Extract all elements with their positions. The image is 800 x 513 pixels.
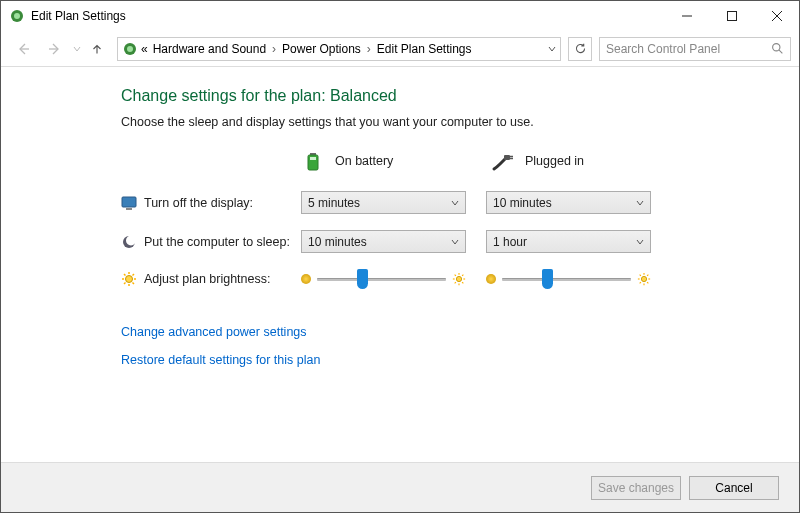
sun-bright-icon: [637, 272, 651, 286]
page-title: Change settings for the plan: Balanced: [121, 87, 759, 105]
power-options-icon: [9, 8, 25, 24]
restore-defaults-link[interactable]: Restore default settings for this plan: [121, 353, 759, 367]
sun-bright-icon: [452, 272, 466, 286]
svg-point-31: [456, 276, 461, 281]
svg-rect-18: [122, 197, 136, 207]
minimize-button[interactable]: [664, 1, 709, 31]
svg-line-47: [640, 282, 641, 283]
battery-icon: [301, 149, 325, 173]
row-sleep: Put the computer to sleep: 10 minutes 1 …: [121, 230, 759, 253]
sleep-battery-dropdown[interactable]: 10 minutes: [301, 230, 466, 253]
svg-point-1: [14, 13, 20, 19]
svg-rect-19: [126, 208, 132, 210]
svg-line-30: [133, 274, 135, 276]
svg-line-28: [133, 283, 135, 285]
on-battery-header: On battery: [301, 149, 471, 173]
links-section: Change advanced power settings Restore d…: [121, 325, 759, 367]
row-label: Put the computer to sleep:: [144, 235, 290, 249]
row-display-off: Turn off the display: 5 minutes 10 minut…: [121, 191, 759, 214]
advanced-settings-link[interactable]: Change advanced power settings: [121, 325, 759, 339]
svg-line-11: [779, 50, 782, 53]
plug-icon: [491, 149, 515, 173]
power-options-icon: [122, 41, 138, 57]
brightness-battery-slider[interactable]: [301, 269, 466, 289]
save-button[interactable]: Save changes: [591, 476, 681, 500]
chevron-right-icon[interactable]: ›: [366, 42, 372, 56]
plugged-in-header: Plugged in: [491, 149, 661, 173]
svg-point-9: [127, 46, 133, 52]
close-button[interactable]: [754, 1, 799, 31]
sleep-plugged-dropdown[interactable]: 1 hour: [486, 230, 651, 253]
row-label: Turn off the display:: [144, 196, 253, 210]
sun-dim-icon: [486, 274, 496, 284]
cancel-button[interactable]: Cancel: [689, 476, 779, 500]
slider-thumb[interactable]: [357, 269, 368, 289]
footer: Save changes Cancel: [1, 462, 799, 512]
forward-button[interactable]: [41, 35, 69, 63]
slider-thumb[interactable]: [542, 269, 553, 289]
svg-point-22: [126, 276, 133, 283]
row-label: Adjust plan brightness:: [144, 272, 270, 286]
breadcrumb-item[interactable]: Power Options: [280, 42, 363, 56]
search-placeholder: Search Control Panel: [606, 42, 720, 56]
on-battery-label: On battery: [335, 154, 393, 168]
up-button[interactable]: [85, 37, 109, 61]
svg-rect-15: [504, 155, 510, 160]
sun-icon: [121, 271, 137, 287]
svg-line-27: [124, 274, 126, 276]
refresh-button[interactable]: [568, 37, 592, 61]
maximize-button[interactable]: [709, 1, 754, 31]
svg-line-29: [124, 283, 126, 285]
chevron-right-icon[interactable]: ›: [271, 42, 277, 56]
svg-line-45: [640, 275, 641, 276]
display-off-plugged-dropdown[interactable]: 10 minutes: [486, 191, 651, 214]
recent-dropdown-icon[interactable]: [73, 45, 81, 53]
window-controls: [664, 1, 799, 31]
row-brightness: Adjust plan brightness:: [121, 269, 759, 289]
moon-icon: [121, 234, 137, 250]
search-icon: [771, 42, 784, 55]
svg-line-46: [647, 282, 648, 283]
plugged-in-label: Plugged in: [525, 154, 584, 168]
breadcrumb-overflow[interactable]: «: [141, 42, 148, 56]
title-bar: Edit Plan Settings: [1, 1, 799, 31]
monitor-icon: [121, 195, 137, 211]
svg-rect-14: [310, 157, 316, 160]
window-title: Edit Plan Settings: [31, 9, 664, 23]
column-headers: On battery Plugged in: [121, 149, 759, 173]
svg-point-40: [641, 276, 646, 281]
nav-bar: « Hardware and Sound › Power Options › E…: [1, 31, 799, 67]
svg-line-37: [462, 282, 463, 283]
svg-line-38: [455, 282, 456, 283]
sun-dim-icon: [301, 274, 311, 284]
svg-rect-3: [727, 12, 736, 21]
display-off-battery-dropdown[interactable]: 5 minutes: [301, 191, 466, 214]
svg-line-48: [647, 275, 648, 276]
breadcrumb-item[interactable]: Edit Plan Settings: [375, 42, 474, 56]
brightness-plugged-slider[interactable]: [486, 269, 651, 289]
page-subtitle: Choose the sleep and display settings th…: [121, 115, 759, 129]
address-bar[interactable]: « Hardware and Sound › Power Options › E…: [117, 37, 561, 61]
svg-point-21: [126, 235, 136, 245]
svg-line-36: [455, 275, 456, 276]
addr-dropdown-icon[interactable]: [548, 45, 556, 53]
back-button[interactable]: [9, 35, 37, 63]
breadcrumb-item[interactable]: Hardware and Sound: [151, 42, 268, 56]
content-area: Change settings for the plan: Balanced C…: [1, 67, 799, 462]
search-input[interactable]: Search Control Panel: [599, 37, 791, 61]
svg-line-39: [462, 275, 463, 276]
svg-point-10: [773, 44, 780, 51]
